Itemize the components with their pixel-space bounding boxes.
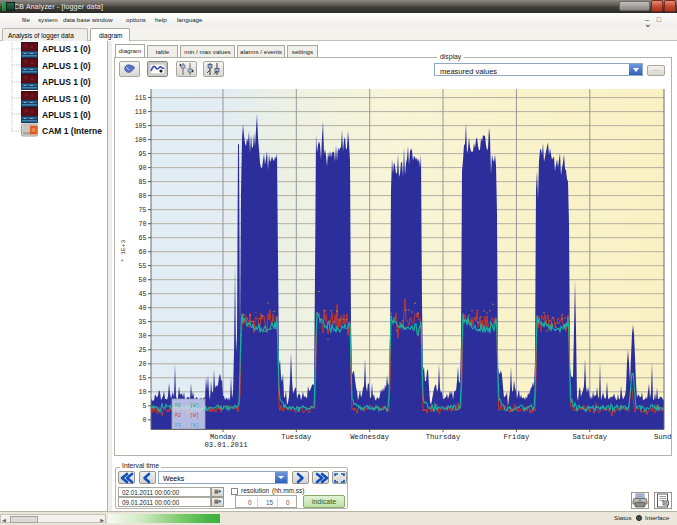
svg-text:[W]: [W] [190, 403, 199, 409]
svg-text:100: 100 [135, 137, 147, 144]
svg-text:03.01.2011: 03.01.2011 [204, 441, 247, 449]
svg-text:0: 0 [143, 417, 147, 424]
svg-text:55: 55 [139, 263, 147, 270]
svg-text:15: 15 [139, 375, 147, 382]
svg-text:Thursday: Thursday [426, 433, 461, 441]
svg-text:Friday: Friday [503, 433, 530, 441]
svg-text:110: 110 [135, 109, 147, 116]
svg-text:5: 5 [143, 403, 147, 410]
svg-text:70: 70 [139, 221, 147, 228]
svg-text:65: 65 [139, 235, 147, 242]
svg-text:Sund: Sund [654, 433, 671, 441]
svg-text:Saturday: Saturday [573, 433, 608, 441]
svg-text:Tuesday: Tuesday [281, 433, 312, 441]
svg-text:Monday: Monday [210, 433, 237, 441]
svg-text:P2: P2 [175, 413, 181, 419]
svg-text:25: 25 [139, 347, 147, 354]
svg-text:* 1E+3: * 1E+3 [120, 240, 127, 263]
svg-text:Wednesday: Wednesday [350, 433, 390, 441]
svg-text:20: 20 [139, 361, 147, 368]
svg-text:30: 30 [139, 333, 147, 340]
svg-text:35: 35 [139, 319, 147, 326]
svg-text:90: 90 [139, 165, 147, 172]
svg-text:105: 105 [135, 123, 147, 130]
svg-text:P3: P3 [175, 423, 181, 429]
svg-text:80: 80 [139, 193, 147, 200]
svg-text:60: 60 [139, 249, 147, 256]
svg-text:95: 95 [139, 151, 147, 158]
svg-text:115: 115 [135, 95, 147, 102]
svg-text:45: 45 [139, 291, 147, 298]
svg-text:85: 85 [139, 179, 147, 186]
svg-text:P1: P1 [175, 403, 181, 409]
svg-text:[W]: [W] [190, 413, 199, 419]
svg-text:40: 40 [139, 305, 147, 312]
svg-text:[W]: [W] [190, 423, 199, 429]
svg-text:50: 50 [139, 277, 147, 284]
svg-text:75: 75 [139, 207, 147, 214]
svg-text:10: 10 [139, 389, 147, 396]
